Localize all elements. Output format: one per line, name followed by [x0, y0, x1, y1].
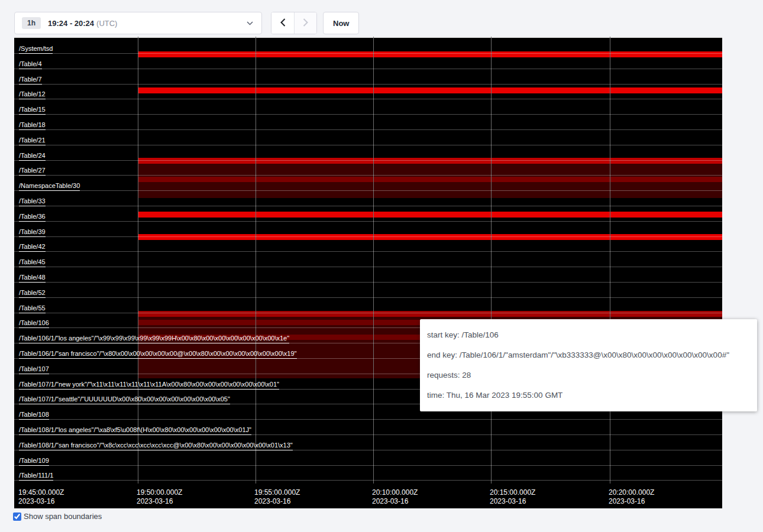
tooltip-start-key: start key: /Table/106: [427, 325, 750, 345]
time-axis-date: 2023-03-16: [490, 497, 535, 506]
span-boundary-line: [14, 190, 722, 191]
row-label: /Table/42: [19, 243, 46, 252]
time-axis-time: 20:20:00.000Z: [609, 488, 654, 497]
span-boundary-line: [14, 99, 722, 99]
time-axis-date: 2023-03-16: [137, 497, 182, 506]
column-gridline: [373, 37, 374, 484]
time-axis-label: 20:15:00.000Z2023-03-16: [490, 488, 535, 506]
hover-tooltip: start key: /Table/106 end key: /Table/10…: [420, 319, 757, 411]
time-axis-date: 2023-03-16: [254, 497, 300, 506]
heat-band[interactable]: [138, 51, 722, 57]
time-axis-time: 20:15:00.000Z: [490, 488, 535, 497]
row-label: /Table/24: [19, 152, 46, 161]
row-label: /Table/111/1: [19, 472, 53, 481]
span-boundary-line: [14, 282, 722, 283]
toolbar: 1h 19:24 - 20:24 (UTC) Now: [14, 12, 359, 34]
time-axis-time: 19:50:00.000Z: [137, 488, 182, 497]
heat-band[interactable]: [138, 234, 722, 240]
row-label: /Table/18: [19, 121, 46, 130]
time-axis-label: 19:50:00.000Z2023-03-16: [137, 488, 182, 506]
row-label: /Table/12: [19, 90, 46, 99]
row-label: /Table/55: [19, 304, 46, 313]
time-axis-time: 19:55:00.000Z: [254, 488, 300, 497]
row-label: /Table/7: [19, 76, 42, 85]
column-gridline: [610, 37, 610, 484]
column-gridline: [138, 37, 138, 484]
row-label: /Table/108: [19, 411, 49, 420]
span-boundary-line: [14, 84, 722, 85]
time-axis-time: 20:10:00.000Z: [372, 488, 418, 497]
show-span-boundaries-checkbox[interactable]: [13, 512, 21, 521]
chevron-down-icon: [247, 21, 253, 25]
row-label: /Table/36: [19, 213, 46, 222]
span-boundary-line: [14, 145, 722, 145]
show-span-boundaries-label: Show span boundaries: [24, 512, 102, 521]
row-label: /Table/33: [19, 197, 46, 206]
time-nav-group: [271, 12, 317, 34]
span-boundary-line: [14, 419, 722, 420]
span-boundary-line: [14, 267, 722, 267]
span-boundary-line: [14, 251, 722, 252]
show-span-boundaries-control: Show span boundaries: [13, 512, 102, 521]
row-label: /Table/45: [19, 258, 46, 267]
time-axis-label: 19:55:00.000Z2023-03-16: [254, 488, 300, 506]
row-label: /Table/4: [19, 60, 42, 69]
time-axis-label: 20:20:00.000Z2023-03-16: [609, 488, 654, 506]
time-axis-date: 2023-03-16: [372, 497, 418, 506]
canvas-top-edge: [14, 37, 722, 38]
span-boundary-line: [14, 175, 722, 176]
span-boundary-line: [14, 114, 722, 115]
heat-band[interactable]: [138, 158, 722, 164]
span-boundary-line: [14, 313, 722, 313]
timezone-label: (UTC): [96, 19, 117, 28]
time-axis-date: 2023-03-16: [18, 497, 64, 506]
span-boundary-line: [14, 53, 722, 54]
duration-badge: 1h: [22, 17, 41, 29]
chevron-right-icon: [303, 18, 308, 28]
span-boundary-line: [14, 206, 722, 206]
row-label: /Table/48: [19, 274, 46, 283]
tooltip-time: time: Thu, 16 Mar 2023 19:55:00 GMT: [427, 385, 750, 406]
key-visualizer-canvas[interactable]: /System/tsd/Table/4/Table/7/Table/12/Tab…: [14, 37, 722, 508]
row-label: /Table/52: [19, 289, 46, 298]
row-label: /Table/109: [19, 457, 49, 466]
span-boundary-line: [14, 480, 722, 481]
row-label: /Table/39: [19, 228, 46, 237]
span-boundary-line: [14, 160, 722, 161]
column-gridline: [491, 37, 492, 484]
time-axis-time: 19:45:00.000Z: [18, 488, 64, 497]
row-label: /Table/106/1/"san francisco"/"\x80\x00\x…: [19, 350, 297, 359]
row-label: /Table/27: [19, 167, 46, 176]
next-time-button[interactable]: [294, 12, 316, 34]
row-label: /Table/15: [19, 106, 46, 115]
row-label: /Table/108/1/"san francisco"/"\x8c\xcc\x…: [19, 442, 293, 450]
span-boundary-line: [14, 69, 722, 69]
time-range-picker[interactable]: 1h 19:24 - 20:24 (UTC): [14, 12, 262, 34]
row-label: /System/tsd: [19, 45, 53, 54]
time-axis-label: 19:45:00.000Z2023-03-16: [18, 488, 64, 506]
heat-band[interactable]: [138, 212, 722, 218]
row-label: /NamespaceTable/30: [19, 182, 80, 191]
tooltip-end-key: end key: /Table/106/1/"amsterdam"/"\xb33…: [427, 345, 750, 365]
time-axis-label: 20:10:00.000Z2023-03-16: [372, 488, 418, 506]
heat-band[interactable]: [138, 311, 722, 317]
row-label: /Table/106/1/"los angeles"/"\x99\x99\x99…: [19, 335, 289, 343]
prev-time-button[interactable]: [271, 12, 294, 34]
row-label: /Table/108/1/"los angeles"/"\xa8\xf5\u00…: [19, 426, 251, 435]
span-boundary-line: [14, 221, 722, 222]
time-range-label: 19:24 - 20:24: [48, 19, 94, 28]
time-axis-date: 2023-03-16: [609, 497, 654, 506]
row-label: /Table/106: [19, 319, 49, 328]
now-button[interactable]: Now: [323, 12, 359, 34]
heat-band[interactable]: [138, 177, 722, 182]
heat-band[interactable]: [138, 87, 722, 93]
chevron-left-icon: [280, 18, 286, 28]
span-boundary-line: [14, 129, 722, 130]
row-label: /Table/107: [19, 365, 49, 374]
span-boundary-line: [14, 236, 722, 237]
column-gridline: [256, 37, 256, 484]
row-label: /Table/21: [19, 137, 46, 145]
tooltip-requests: requests: 28: [427, 365, 750, 385]
span-boundary-line: [14, 465, 722, 466]
span-boundary-line: [14, 297, 722, 298]
